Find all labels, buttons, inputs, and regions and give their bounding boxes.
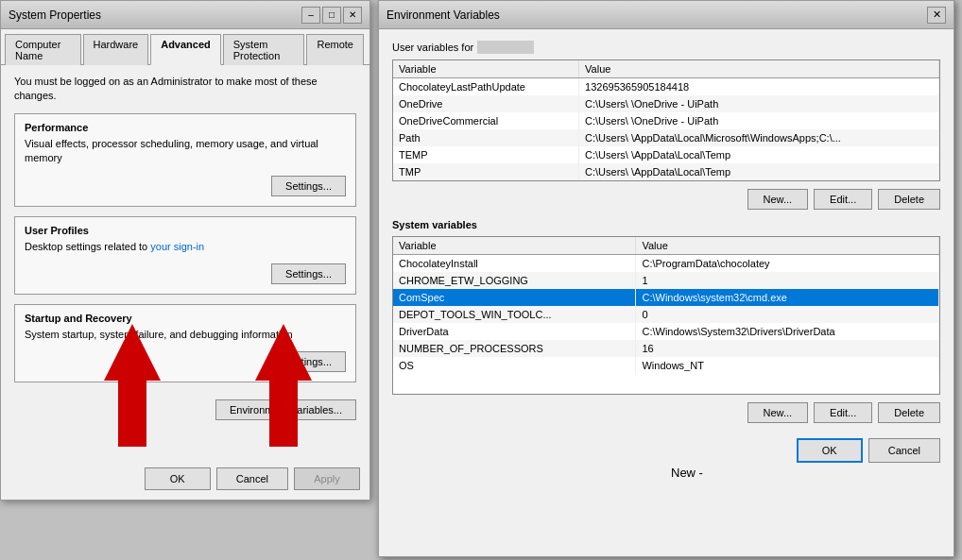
system-vars-table: Variable Value ChocolateyInstallC:\Progr… xyxy=(393,237,939,374)
env-ok-button[interactable]: OK xyxy=(797,438,863,463)
sign-in-link[interactable]: your sign-in xyxy=(150,241,204,252)
var-name: OneDrive xyxy=(393,95,579,112)
sys-var-header: Variable xyxy=(393,237,636,255)
cancel-button[interactable]: Cancel xyxy=(216,467,288,490)
maximize-button[interactable]: □ xyxy=(322,7,341,24)
user-edit-button[interactable]: Edit... xyxy=(814,189,872,210)
username-placeholder xyxy=(477,41,534,54)
titlebar-buttons: – □ ✕ xyxy=(301,7,362,24)
var-name: ComSpec xyxy=(393,289,636,306)
table-row[interactable]: OSWindows_NT xyxy=(393,357,939,374)
system-var-buttons: New... Edit... Delete xyxy=(392,402,940,423)
apply-button[interactable]: Apply xyxy=(294,467,360,490)
var-value: C:\Users\ \AppData\Local\Temp xyxy=(579,163,939,180)
performance-desc: Visual effects, processor scheduling, me… xyxy=(25,137,346,166)
var-value: C:\Windows\System32\Drivers\DriverData xyxy=(636,323,939,340)
var-name: NUMBER_OF_PROCESSORS xyxy=(393,340,636,357)
user-new-button[interactable]: New... xyxy=(747,189,809,210)
env-cancel-button[interactable]: Cancel xyxy=(868,438,940,463)
env-title: Environment Variables xyxy=(387,8,500,22)
tab-remote[interactable]: Remote xyxy=(306,34,364,65)
var-name: OS xyxy=(393,357,636,374)
sys-value-header: Value xyxy=(636,237,939,255)
table-row[interactable]: ComSpecC:\Windows\system32\cmd.exe xyxy=(393,289,939,306)
var-value: C:\Windows\system32\cmd.exe xyxy=(636,289,939,306)
tab-hardware[interactable]: Hardware xyxy=(83,34,149,65)
performance-title: Performance xyxy=(25,122,346,133)
table-row[interactable]: CHROME_ETW_LOGGING1 xyxy=(393,272,939,289)
minimize-button[interactable]: – xyxy=(301,7,320,24)
user-profiles-desc: Desktop settings related to your sign-in xyxy=(25,240,346,254)
system-properties-bottom-buttons: OK Cancel Apply xyxy=(145,467,360,490)
env-bottom-buttons: OK Cancel xyxy=(392,433,940,463)
environment-variables-window: Environment Variables ✕ User variables f… xyxy=(378,0,954,557)
system-vars-table-container: Variable Value ChocolateyInstallC:\Progr… xyxy=(392,236,940,395)
var-value: 16 xyxy=(636,340,939,357)
user-profiles-settings-button[interactable]: Settings... xyxy=(271,263,346,284)
env-close-button[interactable]: ✕ xyxy=(927,7,946,24)
var-name: Path xyxy=(393,129,579,146)
tabs-bar: Computer Name Hardware Advanced System P… xyxy=(1,29,369,65)
system-properties-titlebar: System Properties – □ ✕ xyxy=(1,1,369,29)
tab-system-protection[interactable]: System Protection xyxy=(223,34,305,65)
system-new-button[interactable]: New... xyxy=(747,402,809,423)
startup-recovery-section: Startup and Recovery System startup, sys… xyxy=(14,304,356,382)
user-profiles-title: User Profiles xyxy=(25,225,346,236)
system-edit-button[interactable]: Edit... xyxy=(814,402,872,423)
var-value: C:\Users\ \OneDrive - UiPath xyxy=(579,95,939,112)
startup-recovery-title: Startup and Recovery xyxy=(25,313,346,324)
table-row[interactable]: ChocolateyInstallC:\ProgramData\chocolat… xyxy=(393,255,939,273)
user-delete-button[interactable]: Delete xyxy=(878,189,940,210)
var-name: DriverData xyxy=(393,323,636,340)
new-label: New - xyxy=(671,466,703,480)
performance-settings-button[interactable]: Settings... xyxy=(271,176,346,196)
var-value: C:\ProgramData\chocolatey xyxy=(636,255,939,273)
system-delete-button[interactable]: Delete xyxy=(878,402,940,423)
table-row[interactable]: OneDriveC:\Users\ \OneDrive - UiPath xyxy=(393,95,939,112)
table-row[interactable]: PathC:\Users\ \AppData\Local\Microsoft\W… xyxy=(393,129,939,146)
admin-warning: You must be logged on as an Administrato… xyxy=(14,75,356,104)
var-value: 132695365905184418 xyxy=(579,78,939,96)
var-name: DEPOT_TOOLS_WIN_TOOLC... xyxy=(393,306,636,323)
startup-recovery-desc: System startup, system failure, and debu… xyxy=(25,328,346,342)
var-name: CHROME_ETW_LOGGING xyxy=(393,272,636,289)
ok-button[interactable]: OK xyxy=(145,467,211,490)
var-name: ChocolateyInstall xyxy=(393,255,636,273)
close-button[interactable]: ✕ xyxy=(343,7,362,24)
user-var-header: Variable xyxy=(393,60,579,78)
system-properties-title: System Properties xyxy=(9,8,101,22)
user-vars-table: Variable Value ChocolateyLastPathUpdate1… xyxy=(393,60,939,180)
var-name: ChocolateyLastPathUpdate xyxy=(393,78,579,96)
table-row[interactable]: TMPC:\Users\ \AppData\Local\Temp xyxy=(393,163,939,180)
user-profiles-section: User Profiles Desktop settings related t… xyxy=(14,216,356,295)
table-row[interactable]: DEPOT_TOOLS_WIN_TOOLC...0 xyxy=(393,306,939,323)
var-value: 1 xyxy=(636,272,939,289)
user-vars-label: User variables for xyxy=(392,41,940,54)
user-value-header: Value xyxy=(579,60,939,78)
system-properties-content: You must be logged on as an Administrato… xyxy=(1,65,369,437)
var-value: C:\Users\ \OneDrive - UiPath xyxy=(579,112,939,129)
user-var-buttons: New... Edit... Delete xyxy=(392,189,940,210)
table-row[interactable]: NUMBER_OF_PROCESSORS16 xyxy=(393,340,939,357)
system-properties-window: System Properties – □ ✕ Computer Name Ha… xyxy=(0,0,370,501)
var-value: C:\Users\ \AppData\Local\Microsoft\Windo… xyxy=(579,129,939,146)
env-content: User variables for Variable Value Chocol… xyxy=(379,29,953,474)
var-name: TMP xyxy=(393,163,579,180)
var-value: Windows_NT xyxy=(636,357,939,374)
table-row[interactable]: OneDriveCommercialC:\Users\ \OneDrive - … xyxy=(393,112,939,129)
table-row[interactable]: DriverDataC:\Windows\System32\Drivers\Dr… xyxy=(393,323,939,340)
user-vars-table-container: Variable Value ChocolateyLastPathUpdate1… xyxy=(392,59,940,181)
var-value: C:\Users\ \AppData\Local\Temp xyxy=(579,146,939,163)
startup-recovery-settings-button[interactable]: Settings... xyxy=(271,351,346,372)
environment-variables-button[interactable]: Environment Variables... xyxy=(215,399,356,420)
var-name: OneDriveCommercial xyxy=(393,112,579,129)
system-vars-scroll[interactable]: Variable Value ChocolateyInstallC:\Progr… xyxy=(393,237,939,394)
table-row[interactable]: TEMPC:\Users\ \AppData\Local\Temp xyxy=(393,146,939,163)
tab-advanced[interactable]: Advanced xyxy=(150,34,221,65)
tab-computer-name[interactable]: Computer Name xyxy=(5,34,81,65)
performance-section: Performance Visual effects, processor sc… xyxy=(14,113,356,207)
table-row[interactable]: ChocolateyLastPathUpdate1326953659051844… xyxy=(393,78,939,96)
system-vars-label: System variables xyxy=(392,219,940,230)
env-titlebar: Environment Variables ✕ xyxy=(379,1,953,29)
var-name: TEMP xyxy=(393,146,579,163)
